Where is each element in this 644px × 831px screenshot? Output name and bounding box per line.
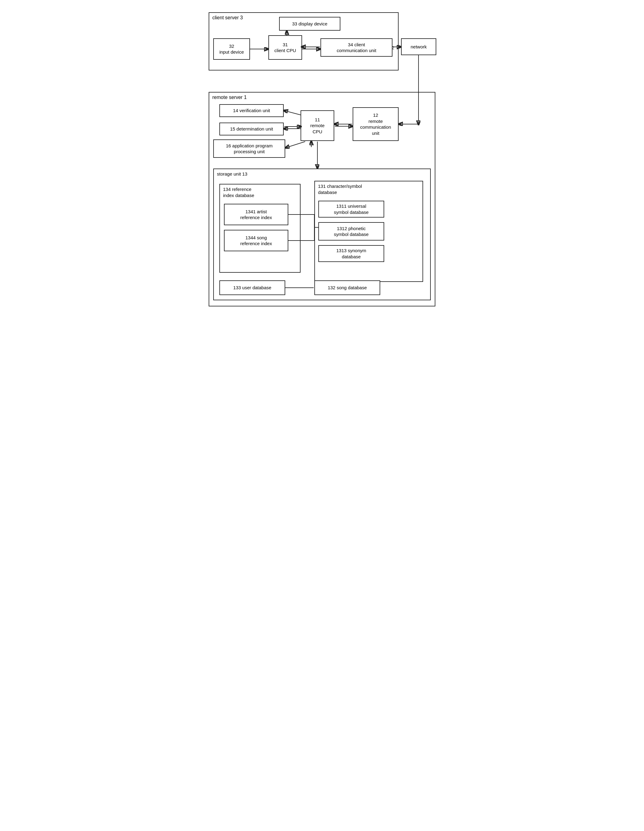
remote-comm-box: 12remotecommunicationunit [353, 107, 399, 141]
remote-cpu-label: 11remoteCPU [310, 117, 325, 135]
song-ref-label: 1344 songreference index [240, 235, 272, 247]
display-device-box: 33 display device [279, 17, 340, 31]
client-cpu-label: 31client CPU [275, 42, 296, 54]
ref-index-db-label: 134 referenceindex database [223, 186, 254, 198]
artist-ref-label: 1341 artistreference index [240, 209, 272, 221]
client-cpu-box: 31client CPU [269, 35, 302, 60]
phonetic-symbol-label: 1312 phoneticsymbol database [334, 226, 369, 237]
song-db-label: 132 song database [328, 285, 367, 291]
app-program-box: 16 application programprocessing unit [213, 139, 285, 158]
app-program-label: 16 application programprocessing unit [226, 143, 273, 155]
phonetic-symbol-box: 1312 phoneticsymbol database [318, 222, 384, 240]
artist-ref-box: 1341 artistreference index [224, 204, 288, 225]
network-number-label: 2 [392, 45, 394, 50]
client-server-label: client server 3 [212, 15, 243, 20]
network-label: network [410, 44, 427, 50]
char-symbol-label: 131 character/symboldatabase [318, 183, 362, 195]
client-comm-label: 34 clientcommunication unit [337, 42, 376, 54]
input-device-label: 32input device [219, 43, 244, 55]
ref-index-db-box: 134 referenceindex database [219, 184, 301, 273]
user-db-label: 133 user database [233, 285, 271, 291]
storage-unit-label: storage unit 13 [217, 171, 247, 177]
network-box: network [401, 38, 436, 55]
client-comm-box: 34 clientcommunication unit [320, 38, 393, 57]
verification-label: 14 verification unit [233, 108, 270, 114]
display-device-label: 33 display device [292, 21, 327, 27]
remote-cpu-box: 11remoteCPU [301, 110, 334, 141]
diagram: client server 3 33 display device 32inpu… [202, 6, 442, 312]
verification-box: 14 verification unit [219, 104, 284, 117]
song-ref-box: 1344 songreference index [224, 230, 288, 251]
remote-comm-label: 12remotecommunicationunit [360, 112, 391, 136]
determination-box: 15 determination unit [219, 123, 284, 135]
song-db-box: 132 song database [314, 280, 380, 295]
remote-server-label: remote server 1 [212, 95, 246, 100]
determination-label: 15 determination unit [230, 126, 273, 132]
universal-symbol-label: 1311 universalsymbol database [334, 203, 369, 215]
input-device-box: 32input device [213, 38, 250, 60]
user-db-box: 133 user database [219, 280, 285, 295]
synonym-db-box: 1313 synonymdatabase [318, 245, 384, 262]
universal-symbol-box: 1311 universalsymbol database [318, 201, 384, 218]
synonym-db-label: 1313 synonymdatabase [336, 248, 366, 259]
